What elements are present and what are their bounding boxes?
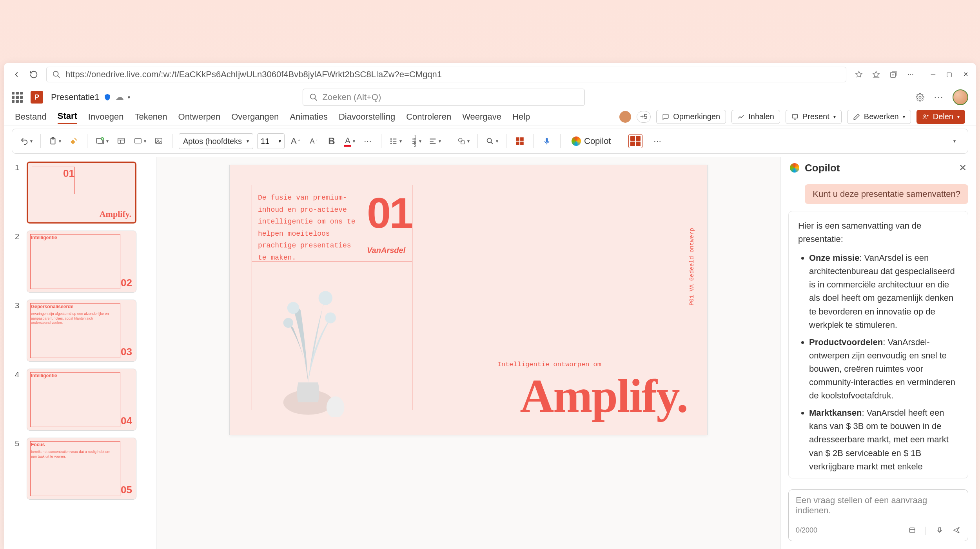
browser-more-icon[interactable]: ⋯ [906, 70, 915, 79]
font-size-selector[interactable]: 11▾ [257, 133, 285, 149]
powerpoint-icon: P [31, 91, 43, 104]
tab-overgangen[interactable]: Overgangen [231, 110, 279, 124]
format-painter-button[interactable] [67, 133, 81, 149]
edit-button[interactable]: Bewerken▾ [847, 110, 911, 124]
svg-rect-10 [118, 138, 125, 144]
settings-icon[interactable] [916, 93, 924, 102]
numbering-button[interactable]: 123▾ [407, 133, 423, 149]
copilot-panel: Copilot ✕ Kunt u deze presentatie samenv… [780, 157, 976, 549]
thumb-number: 4 [15, 369, 23, 431]
align-button[interactable]: ▾ [427, 133, 443, 149]
slide-reuse-button[interactable]: ▾ [132, 133, 148, 149]
tab-bestand[interactable]: Bestand [15, 110, 47, 124]
copilot-toolbar-button[interactable]: Copilot [567, 136, 615, 146]
share-button[interactable]: Delen▾ [916, 110, 965, 124]
tab-animaties[interactable]: Animaties [290, 110, 328, 124]
thumb-number: 1 [15, 162, 23, 224]
svg-rect-31 [910, 528, 915, 533]
thumbnail-4[interactable]: Intelligentie 04 [27, 369, 136, 431]
app-launcher-icon[interactable] [12, 92, 23, 103]
favorite-icon[interactable] [854, 70, 864, 79]
search-box[interactable]: Zoeken (Alt+Q) [303, 89, 585, 106]
comments-button[interactable]: Opmerkingen [656, 110, 726, 124]
increase-font-button[interactable]: A^ [289, 133, 303, 149]
font-more-button[interactable]: ⋯ [361, 133, 375, 149]
slide-big-number: 01 [367, 188, 412, 238]
bullets-button[interactable]: ▾ [388, 133, 403, 149]
refresh-button[interactable] [29, 70, 38, 79]
thumbnail-5[interactable]: Focus bereikt het concentratieniveau dat… [27, 438, 136, 500]
back-button[interactable] [12, 70, 21, 79]
catchup-button[interactable]: Inhalen [731, 110, 780, 124]
layout-button[interactable] [114, 133, 128, 149]
copilot-icon [790, 163, 799, 173]
paste-button[interactable]: ▾ [47, 133, 63, 149]
header-more-icon[interactable]: ⋯ [934, 92, 943, 103]
thumbnail-2[interactable]: Intelligentie 02 [27, 231, 136, 293]
thumb-number: 3 [15, 300, 23, 362]
toolbar-more-button[interactable]: ⋯ [650, 133, 664, 149]
copilot-card-icon[interactable] [908, 526, 916, 534]
copilot-header: Copilot ✕ [780, 157, 976, 179]
copilot-char-counter: 0/2000 [796, 526, 817, 534]
slide-description: De fusie van premium-inhoud en pro-actie… [258, 192, 356, 264]
slide-thumbnails: 1 01 Amplify. 2 Intelligentie 02 3 Gepe [4, 157, 157, 549]
tab-diavoorstelling[interactable]: Diavoorstelling [339, 110, 395, 124]
title-chevron-icon[interactable]: ▾ [128, 95, 130, 100]
svg-point-26 [287, 302, 299, 314]
new-slide-button[interactable]: ▾ [94, 133, 110, 149]
app-header: P Presentatie1 ☁ ▾ Zoeken (Alt+Q) ⋯ [4, 86, 976, 108]
font-color-button[interactable]: A▾ [343, 133, 357, 149]
copilot-mic-icon[interactable] [936, 526, 944, 534]
undo-button[interactable]: ▾ [18, 133, 34, 149]
svg-point-28 [283, 318, 293, 328]
url-bar[interactable]: https://onedrive.live.com/:w:/t/EaCKkPs6… [46, 67, 846, 82]
slide-canvas[interactable]: De fusie van premium-inhoud en pro-actie… [229, 165, 708, 435]
document-title[interactable]: Presentatie1 ☁ ▾ [51, 92, 130, 102]
copilot-input-box[interactable]: Een vraag stellen of een aanvraag indien… [788, 489, 968, 541]
bold-button[interactable]: B [325, 133, 339, 149]
designer-icon-button[interactable] [513, 133, 527, 149]
user-avatar[interactable] [953, 89, 968, 105]
find-button[interactable]: ▾ [484, 133, 500, 149]
browser-nav-bar: https://onedrive.live.com/:w:/t/EaCKkPs6… [4, 63, 976, 86]
svg-point-3 [919, 96, 921, 98]
svg-rect-21 [520, 137, 524, 141]
collaborators-count[interactable]: +5 [637, 111, 651, 123]
tab-controleren[interactable]: Controleren [406, 110, 451, 124]
svg-point-14 [391, 139, 392, 140]
tab-ontwerpen[interactable]: Ontwerpen [178, 110, 221, 124]
svg-point-16 [391, 143, 392, 144]
tab-help[interactable]: Help [512, 110, 530, 124]
thumbnail-3[interactable]: Gepersonaliseerde ervaringen zijn afgest… [27, 300, 136, 362]
copilot-close-button[interactable]: ✕ [959, 162, 967, 173]
thumbnail-1[interactable]: 01 Amplify. [27, 162, 136, 224]
copilot-send-icon[interactable] [952, 526, 961, 534]
dictate-button[interactable] [540, 133, 554, 149]
minimize-button[interactable]: ─ [931, 71, 935, 78]
svg-rect-20 [516, 137, 519, 141]
tab-tekenen[interactable]: Tekenen [134, 110, 167, 124]
svg-rect-11 [135, 139, 142, 143]
slide-subtitle: Intelligentie ontworpen om [497, 361, 601, 368]
tab-start[interactable]: Start [58, 109, 77, 124]
present-button[interactable]: Present▾ [786, 110, 842, 124]
collections-icon[interactable] [889, 70, 898, 79]
collaborator-avatar[interactable] [619, 111, 631, 123]
slide-amplify-title: Amplify. [520, 369, 688, 423]
tab-invoegen[interactable]: Invoegen [88, 110, 124, 124]
decrease-font-button[interactable]: Aˇ [307, 133, 321, 149]
copilot-conversation: Kunt u deze presentatie samenvatten? Hie… [780, 179, 976, 484]
svg-point-0 [53, 71, 58, 76]
shapes-button[interactable]: ▾ [456, 133, 471, 149]
font-selector[interactable]: Aptos (hoofdteks▾ [179, 133, 253, 149]
favorites-bar-icon[interactable] [871, 70, 881, 79]
cloud-sync-icon: ☁ [115, 92, 124, 102]
maximize-button[interactable]: ▢ [946, 71, 952, 78]
designer-grid-button[interactable] [628, 134, 642, 148]
close-window-button[interactable]: ✕ [963, 71, 968, 78]
tab-weergave[interactable]: Weergave [462, 110, 501, 124]
ribbon-collapse-button[interactable]: ▾ [947, 133, 962, 149]
picture-button[interactable] [152, 133, 166, 149]
thumb-number: 2 [15, 231, 23, 293]
